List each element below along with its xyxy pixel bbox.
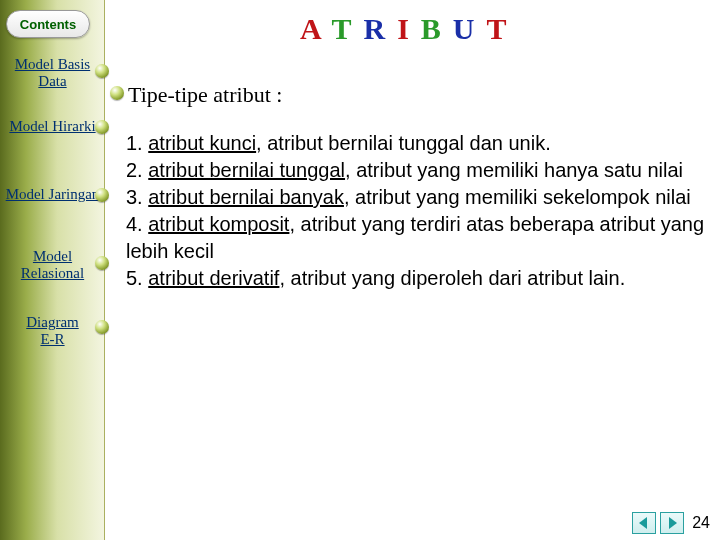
- list-item: 3. atribut bernilai banyak, atribut yang…: [126, 184, 706, 211]
- page-number: 24: [692, 514, 710, 532]
- list-item: 1. atribut kunci, atribut bernilai tungg…: [126, 130, 706, 157]
- list-item: 4. atribut komposit, atribut yang terdir…: [126, 211, 706, 265]
- svg-marker-1: [669, 517, 677, 529]
- nav-item-basis-data[interactable]: Model BasisData: [0, 56, 105, 91]
- page-title: ATRIBUT: [300, 12, 519, 46]
- bullet-icon: [95, 64, 109, 78]
- slide-nav: [632, 512, 684, 534]
- attribute-types-list: 1. atribut kunci, atribut bernilai tungg…: [126, 130, 706, 292]
- nav-item-hirarki[interactable]: Model Hirarki: [0, 118, 105, 135]
- bullet-icon: [95, 256, 109, 270]
- subtitle: Tipe-tipe atribut :: [128, 82, 282, 108]
- nav-item-jaringan[interactable]: Model Jaringan: [0, 186, 105, 203]
- bullet-icon: [110, 86, 124, 100]
- contents-label: Contents: [20, 17, 76, 32]
- contents-button[interactable]: Contents: [6, 10, 90, 38]
- next-slide-button[interactable]: [660, 512, 684, 534]
- nav-item-diagram-er[interactable]: DiagramE-R: [0, 314, 105, 349]
- bullet-icon: [95, 120, 109, 134]
- svg-marker-0: [639, 517, 647, 529]
- sidebar: Contents Model BasisData Model Hirarki M…: [0, 0, 105, 540]
- list-item: 5. atribut derivatif, atribut yang diper…: [126, 265, 706, 292]
- prev-slide-button[interactable]: [632, 512, 656, 534]
- nav-item-relasional[interactable]: ModelRelasional: [0, 248, 105, 283]
- list-item: 2. atribut bernilai tunggal, atribut yan…: [126, 157, 706, 184]
- arrow-left-icon: [637, 516, 651, 530]
- bullet-icon: [95, 188, 109, 202]
- bullet-icon: [95, 320, 109, 334]
- arrow-right-icon: [665, 516, 679, 530]
